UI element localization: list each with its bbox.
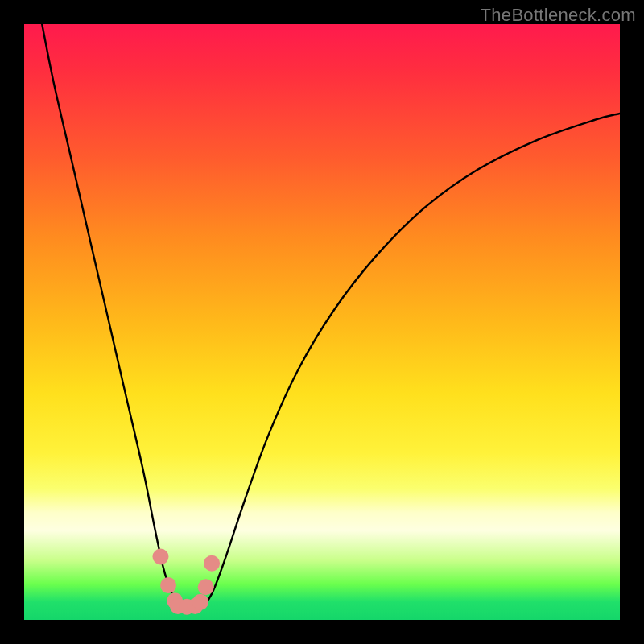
valley-marker-dot: [152, 549, 168, 565]
valley-marker-dot: [192, 594, 208, 610]
valley-marker-dot: [204, 555, 220, 572]
curve-left-branch: [42, 24, 196, 607]
curve-group: [42, 24, 620, 607]
valley-marker-dot: [160, 577, 176, 593]
marker-group: [152, 549, 220, 615]
plot-area: [24, 24, 620, 620]
watermark-text: TheBottleneck.com: [481, 5, 636, 26]
chart-stage: TheBottleneck.com: [0, 0, 644, 644]
valley-marker-dot: [198, 579, 214, 595]
curve-layer: [24, 24, 620, 620]
curve-right-branch: [197, 114, 620, 607]
